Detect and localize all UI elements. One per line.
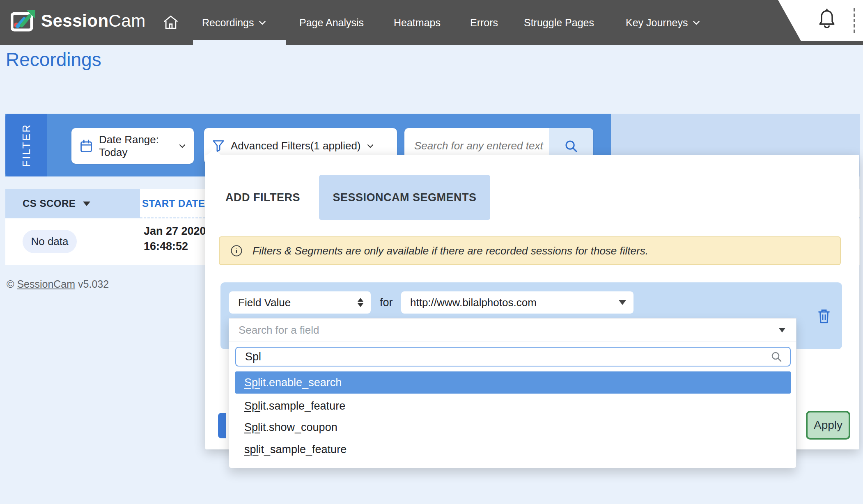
active-tab-indicator bbox=[193, 40, 286, 45]
notifications-bell-icon[interactable] bbox=[817, 8, 836, 31]
copyright-symbol: © bbox=[7, 278, 14, 290]
suggestion-item-selected[interactable]: Split.enable_search bbox=[235, 371, 791, 394]
footer-brand-link[interactable]: SessionCam bbox=[17, 278, 75, 290]
field-search-dropdown: Search for a field Split.enable_search S… bbox=[229, 318, 796, 468]
field-combobox-placeholder: Search for a field bbox=[239, 324, 319, 337]
nav-item-struggle-pages[interactable]: Struggle Pages bbox=[524, 0, 594, 45]
nav-divider-dashes bbox=[854, 8, 855, 33]
tab-add-filters[interactable]: ADD FILTERS bbox=[222, 175, 304, 220]
select-updown-icon bbox=[358, 298, 363, 307]
nav-label: Recordings bbox=[202, 17, 254, 29]
info-banner: Filters & Segments are only available if… bbox=[219, 236, 841, 265]
filter-tab-label: FILTER bbox=[20, 124, 33, 167]
field-search-box bbox=[235, 347, 791, 367]
nav-corner-panel bbox=[778, 0, 863, 41]
chevron-down-icon bbox=[179, 144, 186, 148]
date-range-label: Date Range: Today bbox=[99, 133, 173, 159]
chevron-down-icon bbox=[693, 21, 700, 25]
start-date-label: START DATE bbox=[142, 198, 205, 209]
for-label: for bbox=[380, 291, 393, 314]
footer-version: v5.032 bbox=[78, 278, 109, 290]
calendar-icon bbox=[80, 139, 93, 153]
tab-sessioncam-segments[interactable]: SESSIONCAM SEGMENTS bbox=[319, 175, 490, 220]
delete-filter-button[interactable] bbox=[815, 306, 833, 326]
nav-item-errors[interactable]: Errors bbox=[470, 0, 498, 45]
field-combobox[interactable]: Search for a field bbox=[229, 318, 796, 342]
nav-label: Errors bbox=[470, 17, 498, 29]
advanced-filters-label: Advanced Filters(1 applied) bbox=[231, 140, 361, 152]
nav-label: Struggle Pages bbox=[524, 17, 594, 29]
field-search-input[interactable] bbox=[236, 351, 770, 363]
top-nav: SessionCam Recordings Page Analysis Heat… bbox=[0, 0, 863, 45]
nav-label: Page Analysis bbox=[299, 17, 364, 29]
field-type-select[interactable]: Field Value bbox=[229, 291, 371, 314]
nav-item-page-analysis[interactable]: Page Analysis bbox=[299, 0, 364, 45]
column-header-cs-score[interactable]: CS SCORE bbox=[5, 189, 140, 218]
date-range-button[interactable]: Date Range: Today bbox=[71, 128, 194, 164]
brand-name: SessionCam bbox=[41, 11, 146, 31]
home-icon bbox=[162, 14, 179, 31]
suggestion-item[interactable]: split_sample_feature bbox=[235, 438, 791, 461]
nav-item-recordings[interactable]: Recordings bbox=[202, 0, 266, 45]
column-header-start-date[interactable]: START DATE bbox=[142, 189, 205, 218]
suggestion-item[interactable]: Split.sample_feature bbox=[235, 396, 791, 417]
sort-desc-icon bbox=[83, 202, 90, 206]
nav-label: Heatmaps bbox=[394, 17, 441, 29]
panel-pointer bbox=[207, 149, 220, 155]
page-title: Recordings bbox=[6, 48, 101, 71]
info-icon bbox=[230, 245, 243, 257]
suggestion-item[interactable]: Split.show_coupon bbox=[235, 417, 791, 438]
apply-button[interactable]: Apply bbox=[806, 411, 850, 440]
nav-item-heatmaps[interactable]: Heatmaps bbox=[394, 0, 441, 45]
select-caret-icon bbox=[779, 328, 785, 332]
select-caret-icon bbox=[619, 300, 626, 305]
screen: SessionCam Recordings Page Analysis Heat… bbox=[0, 0, 863, 504]
cs-score-badge: No data bbox=[23, 230, 77, 253]
nav-item-key-journeys[interactable]: Key Journeys bbox=[626, 0, 700, 45]
info-banner-text: Filters & Segments are only available if… bbox=[252, 245, 648, 257]
nav-label: Key Journeys bbox=[626, 17, 688, 29]
footer: © SessionCam v5.032 bbox=[7, 278, 109, 290]
cs-score-label: CS SCORE bbox=[23, 198, 76, 209]
start-date-value: Jan 27 2020, 16:48:52 bbox=[144, 224, 209, 254]
home-button[interactable] bbox=[162, 0, 179, 45]
sessioncam-logo-icon bbox=[11, 10, 35, 32]
chevron-down-icon bbox=[367, 144, 374, 148]
advanced-filters-panel: ADD FILTERS SESSIONCAM SEGMENTS Filters … bbox=[205, 155, 859, 449]
hidden-button-edge bbox=[218, 413, 226, 438]
search-icon bbox=[564, 139, 578, 153]
trash-icon bbox=[817, 308, 831, 324]
search-icon bbox=[770, 351, 790, 363]
chevron-down-icon bbox=[259, 21, 266, 25]
brand-logo[interactable]: SessionCam bbox=[11, 10, 146, 32]
filter-side-tab[interactable]: FILTER bbox=[5, 114, 47, 176]
site-select[interactable]: http://www.bilalphotos.com bbox=[401, 291, 633, 314]
